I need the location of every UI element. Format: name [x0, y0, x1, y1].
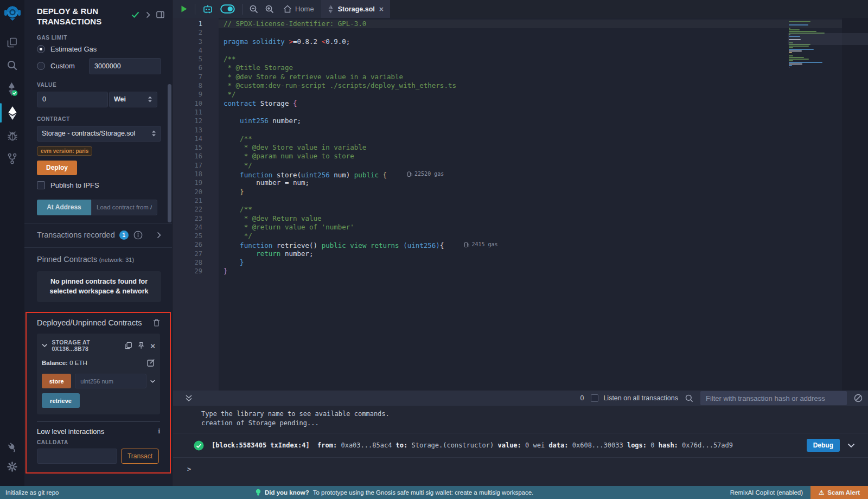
terminal[interactable]: Type the library name to see available c…	[173, 406, 868, 486]
balance-row: Balance: 0 ETH	[42, 359, 155, 367]
code-line[interactable]	[219, 28, 868, 37]
close-tab-icon[interactable]: ×	[379, 5, 384, 13]
minimap-line	[789, 31, 816, 32]
sidebar-item-settings[interactable]	[0, 457, 24, 476]
listen-checkbox[interactable]	[591, 394, 598, 402]
tab-storage-sol[interactable]: Storage.sol ×	[321, 0, 390, 18]
zoom-in-icon[interactable]	[265, 5, 274, 14]
home-tab-label: Home	[295, 5, 314, 13]
terminal-prompt[interactable]: >	[173, 465, 868, 473]
store-arg-input[interactable]	[75, 374, 146, 388]
line-number: 18	[173, 170, 219, 178]
code-line[interactable]: // SPDX-License-Identifier: GPL-3.0	[219, 20, 868, 28]
value-input[interactable]	[37, 92, 108, 107]
code-line[interactable]	[219, 108, 868, 117]
chevron-down-icon[interactable]	[150, 379, 155, 383]
code-line[interactable]: /**	[219, 55, 868, 63]
at-address-input[interactable]	[91, 200, 157, 215]
value-unit-select[interactable]: Wei	[109, 92, 157, 107]
line-number: 13	[173, 126, 219, 135]
code-line[interactable]: uint256 number;	[219, 117, 868, 125]
code-line[interactable]: * @custom:dev-run-script ./scripts/deplo…	[219, 81, 868, 90]
zoom-out-icon[interactable]	[250, 5, 258, 14]
sidebar-item-search[interactable]	[0, 55, 24, 75]
sidebar-item-debugger[interactable]	[0, 126, 24, 145]
code-line[interactable]: /**	[219, 135, 868, 143]
sidebar-item-plugin-manager[interactable]	[0, 437, 24, 457]
sidebar-item-compiler[interactable]	[0, 78, 24, 100]
terminal-log-line: Type the library name to see available c…	[173, 406, 868, 419]
calldata-input[interactable]	[37, 449, 117, 464]
retrieve-function-button[interactable]: retrieve	[42, 393, 80, 408]
code-line[interactable]: */	[219, 90, 868, 99]
git-init-label[interactable]: Initialize as git repo	[5, 489, 59, 496]
ai-assistant-icon[interactable]	[202, 4, 213, 14]
estimated-gas-radio[interactable]	[37, 45, 45, 53]
chevron-right-icon[interactable]	[146, 11, 150, 18]
sidebar-item-workspaces[interactable]	[0, 33, 24, 52]
code-line[interactable]: contract Storage {	[219, 99, 868, 108]
transaction-log-row[interactable]: [block:5583405 txIndex:4] from: 0xa03...…	[173, 433, 868, 458]
info-icon[interactable]	[133, 231, 143, 240]
transactions-recorded-row[interactable]: Transactions recorded 1	[37, 231, 161, 240]
code-line[interactable]: }	[219, 258, 868, 267]
code-line[interactable]: */	[219, 161, 868, 170]
code-line[interactable]: function retrieve() public view returns …	[219, 240, 868, 249]
copilot-toggle[interactable]	[220, 4, 235, 14]
editor-scrollbar[interactable]	[842, 18, 868, 391]
pin-panel-icon[interactable]	[156, 11, 164, 18]
sidebar-item-git[interactable]	[0, 149, 24, 168]
scam-alert-badge[interactable]: ⚠ Scam Alert	[810, 486, 868, 499]
code-line[interactable]: * @dev Store value in variable	[219, 143, 868, 152]
copy-icon[interactable]	[125, 342, 132, 349]
code-editor[interactable]: 1234567891011121314151617181920212223242…	[173, 18, 868, 391]
at-address-button[interactable]: At Address	[37, 200, 91, 215]
code-line[interactable]: return number;	[219, 250, 868, 258]
code-line[interactable]: }	[219, 267, 868, 276]
store-function-button[interactable]: store	[42, 374, 71, 388]
ban-icon[interactable]	[854, 394, 863, 402]
debug-button[interactable]: Debug	[807, 439, 840, 452]
transact-button[interactable]: Transact	[121, 449, 159, 464]
expand-terminal-icon[interactable]	[185, 394, 193, 402]
chevron-down-icon[interactable]	[42, 343, 47, 348]
chevron-right-icon[interactable]	[157, 232, 161, 239]
info-icon[interactable]: i	[158, 427, 160, 436]
run-script-icon[interactable]	[180, 5, 188, 13]
chevron-down-icon[interactable]	[847, 443, 855, 448]
code-line[interactable]: * @title Storage	[219, 63, 868, 72]
code-line[interactable]: }	[219, 188, 868, 196]
pin-icon[interactable]	[138, 342, 144, 349]
panel-scrollbar[interactable]	[168, 84, 171, 222]
code-line[interactable]: * @dev Return value	[219, 214, 868, 223]
code-line[interactable]: function store(uint256 num) public {2252…	[219, 170, 868, 178]
close-icon[interactable]: ×	[150, 342, 155, 350]
code-line[interactable]: number = num;	[219, 178, 868, 187]
terminal-filter-input[interactable]	[700, 391, 847, 405]
deploy-button[interactable]: Deploy	[37, 161, 77, 175]
contract-select[interactable]: Storage - contracts/Storage.sol	[37, 126, 161, 142]
code-line[interactable]: * @dev Store & retrieve value in a varia…	[219, 73, 868, 81]
code-line[interactable]: pragma solidity >=0.8.2 <0.9.0;	[219, 37, 868, 46]
tab-home[interactable]: Home	[283, 5, 314, 13]
minimap-slider[interactable]	[788, 33, 868, 45]
code-line[interactable]	[219, 126, 868, 135]
code-line[interactable]: * @return value of 'number'	[219, 223, 868, 232]
code-line[interactable]	[219, 196, 868, 205]
code-line[interactable]: /**	[219, 205, 868, 214]
code-line[interactable]	[219, 46, 868, 55]
custom-gas-input[interactable]	[89, 58, 161, 74]
edit-icon[interactable]	[147, 359, 155, 367]
trash-icon[interactable]	[153, 319, 160, 327]
custom-gas-radio[interactable]	[37, 62, 45, 70]
sidebar-item-deploy-run[interactable]	[0, 102, 24, 124]
publish-ipfs-checkbox[interactable]	[37, 181, 45, 189]
copilot-status[interactable]: RemixAI Copilot (enabled)	[730, 489, 803, 496]
code-line[interactable]: * @param num value to store	[219, 152, 868, 161]
code-line[interactable]: */	[219, 232, 868, 240]
editor-code[interactable]: // SPDX-License-Identifier: GPL-3.0pragm…	[219, 18, 868, 391]
divider	[242, 4, 242, 15]
remix-logo[interactable]	[0, 0, 24, 25]
estimated-gas-option[interactable]: Estimated Gas	[37, 45, 161, 53]
contract-instance-header[interactable]: STORAGE AT 0X136...8B78 ×	[42, 339, 155, 352]
